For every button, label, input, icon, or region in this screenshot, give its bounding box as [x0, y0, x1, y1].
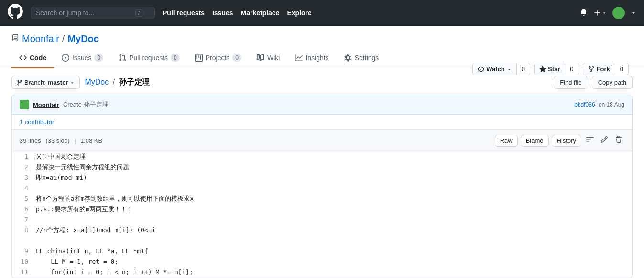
breadcrumb-current: 孙子定理: [119, 78, 150, 86]
line-code: //n个方程: x=a[i](mod m[i]) (0<=i: [36, 225, 632, 246]
line-number[interactable]: 8: [12, 225, 36, 246]
repo-name-link[interactable]: MyDoc: [67, 33, 99, 44]
commit-message: Create 孙子定理: [63, 100, 109, 109]
star-button[interactable]: Star: [534, 63, 565, 75]
table-row: 4: [12, 183, 632, 193]
fork-count: 0: [615, 63, 629, 75]
commit-left: Moonfair Create 孙子定理: [20, 100, 109, 109]
fork-label: Fork: [597, 65, 610, 73]
tab-insights[interactable]: Insights: [287, 48, 336, 68]
branch-selector[interactable]: Branch: master: [11, 76, 80, 89]
edit-icon[interactable]: [599, 134, 610, 147]
repo-owner-link[interactable]: Moonfair: [22, 33, 59, 44]
line-number[interactable]: 5: [12, 193, 36, 204]
line-number[interactable]: 3: [12, 172, 36, 183]
line-number[interactable]: 6: [12, 204, 36, 214]
search-input[interactable]: [36, 9, 131, 17]
breadcrumb: MyDoc / 孙子定理: [85, 77, 149, 87]
contributor-link[interactable]: 1 contributor: [20, 118, 54, 126]
tab-pull-requests[interactable]: Pull requests 0: [111, 48, 187, 68]
user-menu-chevron[interactable]: [631, 10, 636, 16]
nav-marketplace[interactable]: Marketplace: [241, 9, 280, 17]
file-actions: Raw Blame History: [495, 134, 624, 147]
star-label: Star: [548, 65, 560, 73]
line-number[interactable]: 4: [12, 183, 36, 193]
table-row: 2 是解决一元线性同余方程组的问题: [12, 162, 632, 172]
line-code: for(int i = 0; i < n; i ++) M *= m[i];: [36, 267, 632, 278]
pr-badge: 0: [171, 54, 180, 62]
tab-projects[interactable]: Projects 0: [187, 48, 249, 68]
tab-settings-label: Settings: [355, 54, 379, 62]
tab-pull-requests-label: Pull requests: [129, 54, 168, 62]
repo-actions: Watch 0 Star 0 Fork: [469, 63, 629, 75]
line-number[interactable]: 2: [12, 162, 36, 172]
commit-author-link[interactable]: Moonfair: [33, 101, 59, 108]
copy-path-button[interactable]: Copy path: [592, 76, 633, 89]
file-size: 1.08 KB: [80, 137, 102, 144]
commit-hash-link[interactable]: bbdf036: [574, 101, 595, 108]
line-code: LL china(int n, LL *a, LL *m){: [36, 246, 632, 257]
line-number[interactable]: 1: [12, 151, 36, 162]
nav-pull-requests[interactable]: Pull requests: [163, 9, 205, 17]
find-file-button[interactable]: Find file: [554, 76, 588, 89]
display-icon[interactable]: [584, 134, 596, 147]
main-content: Moonfair / MyDoc Watch 0: [0, 26, 644, 278]
path-bar: Branch: master MyDoc / 孙子定理 Find file Co…: [11, 76, 633, 89]
tab-wiki[interactable]: Wiki: [249, 48, 287, 68]
notifications-icon[interactable]: [580, 8, 588, 18]
commit-author-avatar: [20, 100, 29, 109]
commit-right: bbdf036 on 18 Aug: [574, 101, 624, 108]
line-code: [36, 183, 632, 193]
tab-wiki-label: Wiki: [267, 54, 280, 62]
breadcrumb-mydoc[interactable]: MyDoc: [85, 78, 109, 86]
line-number[interactable]: 9: [12, 246, 36, 257]
tab-projects-label: Projects: [206, 54, 230, 62]
tab-code[interactable]: Code: [11, 48, 54, 68]
blame-button[interactable]: Blame: [521, 135, 549, 147]
line-number[interactable]: 7: [12, 214, 36, 225]
repo-title: Moonfair / MyDoc: [11, 33, 633, 44]
file-toolbar: 39 lines (33 sloc) | 1.08 KB Raw Blame H…: [12, 130, 632, 151]
user-avatar[interactable]: [612, 7, 625, 19]
repo-separator: /: [62, 33, 65, 44]
watch-button[interactable]: Watch: [472, 63, 517, 75]
table-row: 10 LL M = 1, ret = 0;: [12, 257, 632, 267]
branch-label: Branch:: [24, 79, 46, 86]
line-code: LL M = 1, ret = 0;: [36, 257, 632, 267]
table-row: 9 LL china(int n, LL *a, LL *m){: [12, 246, 632, 257]
tab-issues[interactable]: Issues 0: [54, 48, 111, 68]
github-logo-icon[interactable]: [8, 4, 23, 22]
file-lines: 39 lines: [20, 137, 41, 144]
tab-settings[interactable]: Settings: [337, 48, 387, 68]
table-row: 1 又叫中国剩余定理: [12, 151, 632, 162]
create-menu[interactable]: [593, 9, 607, 17]
line-code: 即x=ai(mod mi): [36, 172, 632, 183]
history-button[interactable]: History: [552, 135, 581, 147]
path-left: Branch: master MyDoc / 孙子定理: [11, 76, 150, 89]
raw-button[interactable]: Raw: [495, 135, 518, 147]
line-number[interactable]: 11: [12, 267, 36, 278]
fork-button[interactable]: Fork: [583, 63, 615, 75]
top-right-actions: [580, 7, 636, 19]
commit-bar: Moonfair Create 孙子定理 bbdf036 on 18 Aug: [11, 95, 633, 115]
repo-header: Moonfair / MyDoc Watch 0: [0, 26, 644, 44]
issues-badge: 0: [94, 54, 103, 62]
watch-count: 0: [517, 63, 530, 75]
table-row: 8 //n个方程: x=a[i](mod m[i]) (0<=i: [12, 225, 632, 246]
fork-group: Fork 0: [583, 63, 629, 75]
file-sloc: (33 sloc): [45, 137, 69, 144]
line-number[interactable]: 10: [12, 257, 36, 267]
line-code: p.s.:要求所有的m两两互质！！！: [36, 204, 632, 214]
file-info: 39 lines (33 sloc) | 1.08 KB: [20, 137, 105, 144]
star-group: Star 0: [534, 63, 579, 75]
nav-issues[interactable]: Issues: [212, 9, 233, 17]
file-view: 39 lines (33 sloc) | 1.08 KB Raw Blame H…: [11, 130, 633, 278]
content-area: Branch: master MyDoc / 孙子定理 Find file Co…: [0, 68, 644, 278]
watch-label: Watch: [486, 65, 505, 73]
repo-icon: [11, 34, 19, 44]
search-bar[interactable]: /: [31, 7, 155, 19]
line-code: [36, 214, 632, 225]
table-row: 6 p.s.:要求所有的m两两互质！！！: [12, 204, 632, 214]
nav-explore[interactable]: Explore: [287, 9, 311, 17]
delete-icon[interactable]: [613, 134, 624, 147]
